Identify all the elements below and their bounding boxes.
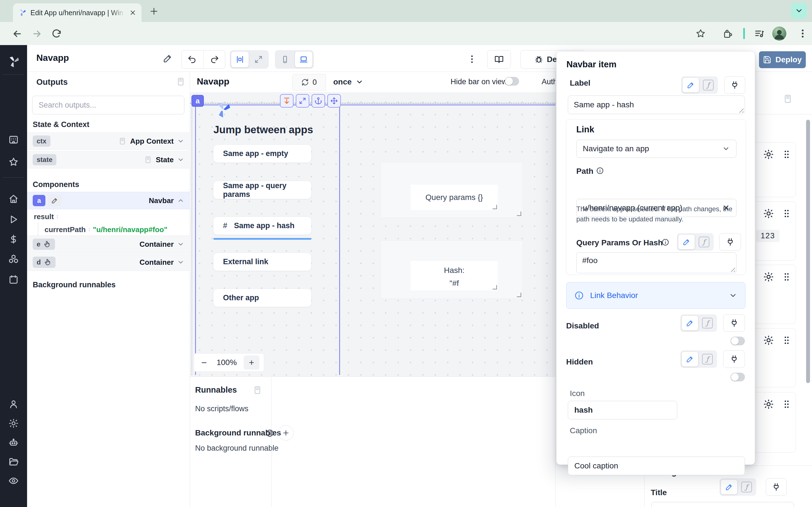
profile-avatar[interactable] (772, 26, 786, 41)
static-pencil-button[interactable] (682, 78, 699, 93)
function-mode-button[interactable]: ƒ (699, 352, 716, 367)
zoom-in-button[interactable]: + (244, 355, 259, 370)
component-row-navbar[interactable]: a Navbar (27, 192, 190, 209)
redo-button[interactable] (204, 55, 225, 64)
function-mode-button[interactable]: ƒ (700, 78, 716, 93)
component-row-container-d[interactable]: d Container (27, 253, 190, 271)
undo-button[interactable] (182, 55, 203, 64)
selected-component-tag[interactable]: a (192, 95, 204, 107)
item-settings-gear-icon[interactable] (763, 399, 774, 410)
connect-plug-button[interactable] (723, 314, 745, 332)
more-options-kebab-icon[interactable] (467, 54, 477, 64)
reload-icon[interactable] (51, 29, 62, 39)
windmill-logo-icon[interactable] (7, 55, 20, 69)
static-pencil-button[interactable] (682, 316, 698, 330)
panel-doc-icon[interactable] (783, 94, 793, 104)
connect-plug-button[interactable] (724, 76, 745, 94)
browser-menu-kebab-icon[interactable] (797, 28, 808, 39)
home-icon[interactable] (8, 193, 19, 204)
nav-item-other-app[interactable]: Other app (213, 289, 311, 307)
tab-search-button[interactable] (791, 3, 807, 18)
resize-handle[interactable] (517, 212, 521, 216)
hash-text-component[interactable]: Hash: "#f (410, 261, 498, 290)
function-mode-button[interactable]: ƒ (696, 235, 712, 249)
static-pencil-button[interactable] (678, 235, 695, 249)
query-params-text-component[interactable]: Query params {} (410, 185, 498, 210)
connect-plug-button[interactable] (766, 478, 786, 496)
anchor-component-button[interactable] (312, 94, 325, 108)
output-row-state[interactable]: state State (27, 151, 190, 168)
connect-plug-button[interactable] (719, 233, 741, 251)
favorites-star-icon[interactable] (8, 157, 19, 167)
fullscreen-button[interactable] (250, 52, 267, 67)
hidden-toggle[interactable] (730, 373, 745, 381)
static-pencil-button[interactable] (721, 480, 737, 494)
workspace-icon[interactable] (8, 134, 19, 145)
item-settings-gear-icon[interactable] (763, 271, 774, 283)
title-input[interactable]: Jump between apps (651, 502, 794, 507)
nav-item-same-app-hash[interactable]: # Same app - hash (213, 217, 311, 235)
caption-input[interactable]: Cool caption (568, 457, 745, 475)
browser-tab[interactable]: Edit App u/henri/navapp | Win (13, 3, 142, 22)
expand-down-button[interactable] (280, 94, 294, 108)
resources-boxes-icon[interactable] (8, 253, 19, 264)
back-icon[interactable] (12, 29, 22, 39)
drag-handle-icon[interactable] (781, 272, 792, 282)
item-settings-gear-icon[interactable] (763, 208, 774, 219)
chevron-down-icon[interactable] (177, 137, 185, 145)
container-e-preview[interactable]: Query params {} (380, 162, 523, 218)
function-mode-button[interactable]: ƒ (699, 316, 716, 330)
canvas-surface[interactable]: a Jump between apps Same app - empty Sam… (190, 92, 556, 377)
nav-item-query-params[interactable]: Same app - query params (213, 181, 311, 199)
new-tab-icon[interactable] (149, 7, 158, 16)
run-mode-dropdown[interactable]: once (333, 74, 363, 90)
deploy-button[interactable]: Deploy (759, 51, 806, 68)
workers-robot-icon[interactable] (8, 437, 19, 448)
static-pencil-button[interactable] (682, 352, 698, 367)
rename-pencil-button[interactable] (48, 195, 61, 206)
item-settings-gear-icon[interactable] (763, 149, 774, 160)
expand-component-button[interactable] (296, 94, 309, 108)
search-outputs-input[interactable] (32, 96, 185, 114)
zoom-out-button[interactable]: − (199, 357, 210, 368)
row-resize-dotted-guide[interactable] (190, 103, 556, 104)
chevron-up-icon[interactable] (177, 197, 185, 204)
hide-bar-toggle[interactable] (505, 77, 519, 86)
resize-handle[interactable] (517, 293, 521, 297)
chevron-down-icon[interactable] (177, 156, 185, 163)
connect-plug-button[interactable] (723, 350, 745, 368)
variables-dollar-icon[interactable] (8, 234, 19, 244)
schedules-calendar-icon[interactable] (8, 274, 19, 285)
settings-gear-icon[interactable] (8, 418, 19, 429)
selection-border-right[interactable] (339, 105, 340, 375)
nav-item-same-app-empty[interactable]: Same app - empty (213, 145, 311, 163)
label-textarea[interactable]: Same app - hash (568, 96, 745, 114)
desktop-preview-button[interactable] (295, 52, 312, 67)
refresh-count-box[interactable]: 0 (292, 74, 326, 91)
folders-icon[interactable] (8, 456, 19, 467)
extensions-puzzle-icon[interactable] (722, 28, 733, 39)
users-person-icon[interactable] (8, 399, 19, 409)
item-settings-gear-icon[interactable] (763, 335, 774, 346)
nav-item-external-link[interactable]: External link (213, 253, 311, 271)
docs-book-button[interactable] (487, 50, 511, 69)
bookmark-star-icon[interactable] (695, 28, 706, 39)
resize-handle[interactable] (493, 285, 497, 290)
panel-scrollbar[interactable] (806, 120, 810, 383)
icon-input[interactable]: hash (568, 401, 677, 419)
link-behavior-collapsible[interactable]: Link Behavior (566, 282, 746, 309)
center-align-button[interactable] (231, 52, 249, 67)
edit-title-pencil-icon[interactable] (162, 53, 173, 64)
chevron-down-icon[interactable] (177, 259, 185, 266)
query-params-textarea[interactable]: #foo (576, 252, 737, 273)
media-playlist-icon[interactable] (754, 28, 765, 39)
forward-icon[interactable] (32, 29, 42, 39)
mobile-preview-button[interactable] (276, 52, 294, 67)
audit-eye-icon[interactable] (8, 475, 19, 486)
chevron-down-icon[interactable] (177, 240, 185, 248)
link-type-select[interactable]: Navigate to an app (576, 140, 737, 158)
panel-doc-icon[interactable] (176, 77, 186, 87)
output-row-ctx[interactable]: ctx App Context (27, 132, 190, 150)
component-row-container-e[interactable]: e Container (27, 235, 190, 253)
drag-handle-icon[interactable] (781, 399, 792, 409)
